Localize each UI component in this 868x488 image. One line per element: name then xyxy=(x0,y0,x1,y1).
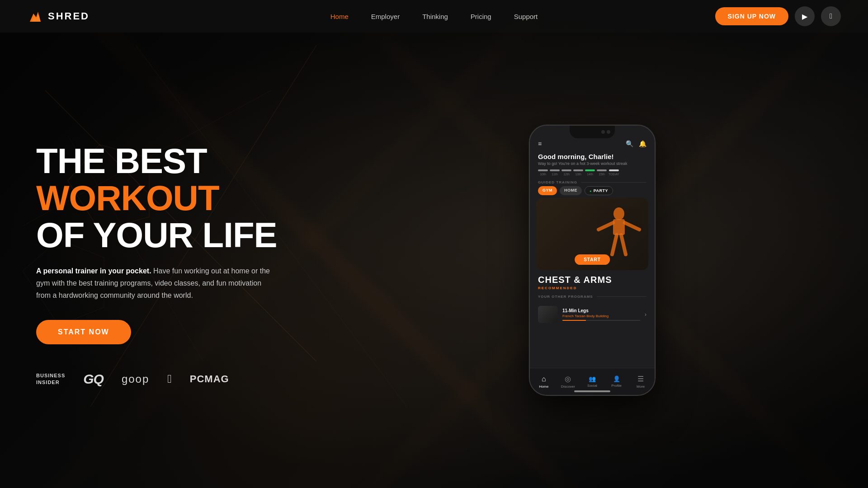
logo[interactable]: SHRED xyxy=(27,8,90,24)
hero-desc-bold: A personal trainer in your pocket. xyxy=(36,267,151,275)
bottom-nav-social[interactable]: 👥 Social xyxy=(582,375,602,388)
apple-store-button[interactable]:  xyxy=(821,6,841,26)
tab-party[interactable]: PARTY xyxy=(585,186,613,195)
streak-day-1: 10th xyxy=(538,169,548,176)
play-store-icon: ▶ xyxy=(802,12,807,21)
hero-title-line2: OF YOUR LIFE xyxy=(36,215,277,255)
hero-title-white: THE BEST WORKOUT xyxy=(36,141,219,218)
home-nav-icon: ⌂ xyxy=(542,375,546,383)
discover-nav-label: Discover xyxy=(561,385,575,389)
program-thumb-legs xyxy=(538,306,558,323)
tab-gym[interactable]: GYM xyxy=(538,186,557,195)
phone-notch-dot2 xyxy=(607,130,610,134)
svg-point-9 xyxy=(613,207,624,220)
discover-nav-icon: ◎ xyxy=(565,375,571,383)
phone-icons-right: 🔍 🔔 xyxy=(626,140,646,147)
program-subtitle-legs: French Tarzan Body Building xyxy=(562,314,640,318)
nav-pricing[interactable]: Pricing xyxy=(471,13,491,20)
nav-home[interactable]: Home xyxy=(330,13,349,20)
navbar: SHRED Home Employer Thinking Pricing Sup… xyxy=(0,0,868,33)
streak-day-5: 14th xyxy=(585,169,595,176)
program-item-legs: 11-Min Legs French Tarzan Body Building … xyxy=(538,303,646,326)
hero-description: A personal trainer in your pocket. Have … xyxy=(36,265,271,302)
start-now-button[interactable]: START NOW xyxy=(36,320,131,344)
workout-name: CHEST & ARMS xyxy=(538,275,646,285)
hero-left: THE BEST WORKOUT OF YOUR LIFE A personal… xyxy=(36,134,353,386)
press-pcmag: PCMAG xyxy=(190,373,229,385)
streak-fill-today xyxy=(609,169,619,171)
program-progress-fill xyxy=(562,320,586,321)
press-gq: GQ xyxy=(83,371,104,387)
hero-right: ≡ 🔍 🔔 Good morning, Charlie! Way to go! … xyxy=(353,125,832,396)
program-chevron-icon[interactable]: › xyxy=(645,311,646,318)
phone-bell-icon[interactable]: 🔔 xyxy=(639,140,646,147)
program-title-legs: 11-Min Legs xyxy=(562,308,640,313)
press-apple:  xyxy=(167,372,172,386)
phone-notch-dot1 xyxy=(601,130,605,134)
phone-mockup: ≡ 🔍 🔔 Good morning, Charlie! Way to go! … xyxy=(529,125,656,396)
streak-fill-1 xyxy=(538,169,548,171)
home-nav-label: Home xyxy=(539,385,548,389)
workout-info: CHEST & ARMS RECOMMENDED xyxy=(530,270,655,292)
phone-workout-tabs: GYM HOME PARTY xyxy=(530,186,655,198)
workout-badge: RECOMMENDED xyxy=(538,286,646,290)
signup-button[interactable]: SIGN UP NOW xyxy=(715,7,788,25)
workout-card: START xyxy=(536,198,648,270)
phone-greeting-sub: Way to go! You're on a hot 3-week workou… xyxy=(538,161,646,166)
nav-right: SIGN UP NOW ▶  xyxy=(715,6,841,26)
streak-day-today: TODAY xyxy=(609,169,619,176)
phone-greeting-title: Good morning, Charlie! xyxy=(538,153,646,160)
press-goop: goop xyxy=(122,373,149,385)
apple-store-icon:  xyxy=(830,12,832,20)
streak-day-6: 15th xyxy=(597,169,607,176)
svg-line-12 xyxy=(625,223,639,230)
nav-employer[interactable]: Employer xyxy=(371,13,400,20)
bottom-nav-home[interactable]: ⌂ Home xyxy=(534,375,554,389)
press-business-insider: BUSINESSINSIDER xyxy=(36,372,65,385)
streak-fill-5 xyxy=(585,169,595,171)
start-workout-button[interactable]: START xyxy=(575,254,610,265)
svg-line-14 xyxy=(621,235,626,254)
hero-content: THE BEST WORKOUT OF YOUR LIFE A personal… xyxy=(0,33,868,488)
social-nav-label: Social xyxy=(587,384,597,388)
program-progress-bar xyxy=(562,320,640,321)
program-thumb-image xyxy=(538,306,558,323)
nav-support[interactable]: Support xyxy=(514,13,538,20)
more-nav-label: More xyxy=(637,385,645,389)
svg-rect-10 xyxy=(613,219,625,235)
guided-training-label: GUIDED TRAINING xyxy=(530,178,655,186)
hero-title: THE BEST WORKOUT OF YOUR LIFE xyxy=(36,143,353,254)
streak-fill-3 xyxy=(561,169,571,171)
streak-fill-6 xyxy=(597,169,607,171)
streak-fill-4 xyxy=(573,169,583,171)
bottom-nav-discover[interactable]: ◎ Discover xyxy=(558,375,578,389)
bottom-nav-profile[interactable]: 👤 Profile xyxy=(607,375,627,388)
more-nav-icon: ☰ xyxy=(637,375,644,383)
profile-nav-label: Profile xyxy=(611,384,622,388)
svg-line-13 xyxy=(612,235,617,254)
phone-menu-icon[interactable]: ≡ xyxy=(538,140,542,147)
nav-links: Home Employer Thinking Pricing Support xyxy=(330,13,538,20)
phone-screen: ≡ 🔍 🔔 Good morning, Charlie! Way to go! … xyxy=(530,126,655,395)
streak-day-4: 13th xyxy=(573,169,583,176)
logo-text: SHRED xyxy=(48,10,90,22)
svg-line-11 xyxy=(599,223,613,230)
press-logos: BUSINESSINSIDER GQ goop  PCMAG xyxy=(36,371,353,387)
program-info-legs: 11-Min Legs French Tarzan Body Building xyxy=(562,308,640,321)
google-play-button[interactable]: ▶ xyxy=(795,6,815,26)
logo-icon xyxy=(27,8,43,24)
phone-notch xyxy=(570,126,615,138)
profile-nav-icon: 👤 xyxy=(613,375,620,382)
phone-greeting-section: Good morning, Charlie! Way to go! You're… xyxy=(530,151,655,166)
nav-thinking[interactable]: Thinking xyxy=(422,13,448,20)
bottom-nav-more[interactable]: ☰ More xyxy=(631,375,651,389)
streak-day-3: 12th xyxy=(561,169,571,176)
social-nav-icon: 👥 xyxy=(589,375,596,382)
tab-home[interactable]: HOME xyxy=(560,186,582,195)
streak-bar: 10th 11th 12th 13th xyxy=(530,166,655,178)
other-programs: 11-Min Legs French Tarzan Body Building … xyxy=(530,300,655,328)
other-programs-label: YOUR OTHER PROGRAMS xyxy=(530,292,655,300)
hero-title-orange: WORKOUT xyxy=(36,178,219,218)
phone-home-indicator xyxy=(574,390,610,392)
phone-search-icon[interactable]: 🔍 xyxy=(626,140,633,147)
